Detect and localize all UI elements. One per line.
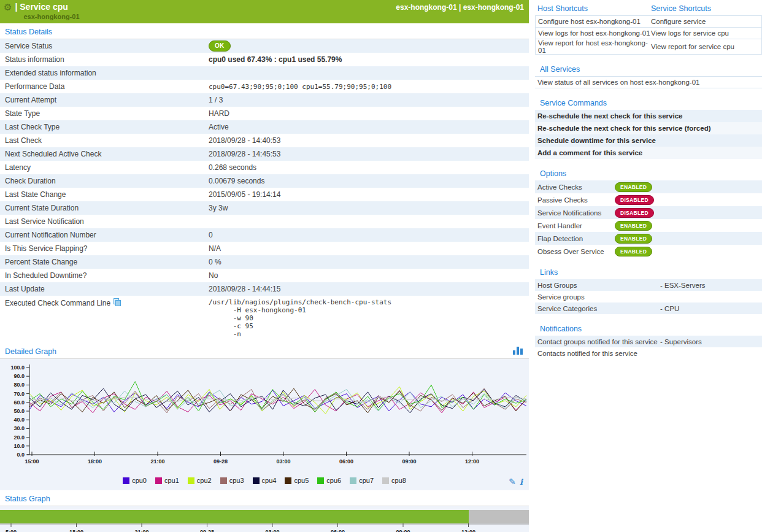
option-enabled-badge[interactable]: ENABLED bbox=[615, 221, 652, 231]
option-label: Active Checks bbox=[537, 183, 615, 191]
legend-label: cpu5 bbox=[294, 477, 309, 484]
cpu-line-chart: 0.010.020.030.040.050.060.070.080.090.01… bbox=[0, 361, 529, 472]
status-row-label: Current Attempt bbox=[0, 96, 209, 104]
all-services-header: All Services bbox=[535, 61, 580, 76]
legend-label: cpu4 bbox=[262, 477, 277, 484]
detailed-graph-section: Detailed Graph 0.010.020.030.040.050.060… bbox=[0, 343, 529, 490]
svg-text:0.0: 0.0 bbox=[17, 452, 25, 458]
option-row: Event HandlerENABLED bbox=[535, 219, 762, 232]
status-row-label: Last Service Notification bbox=[0, 217, 209, 226]
status-row-label: Last State Change bbox=[0, 190, 209, 199]
svg-text:5:00: 5:00 bbox=[6, 529, 17, 532]
links-label: Host Groups bbox=[537, 282, 660, 289]
host-shortcut-link[interactable]: View logs for host esx-hongkong-01 bbox=[536, 29, 651, 37]
cpu6-color-swatch bbox=[317, 477, 324, 484]
legend-label: cpu7 bbox=[359, 477, 374, 484]
notifications-label: Contact groups notified for this service bbox=[537, 338, 660, 345]
right-panel: Host ShortcutsService ShortcutsConfigure… bbox=[535, 0, 762, 532]
links-value[interactable]: - CPU bbox=[660, 305, 762, 312]
all-services-section: All Services bbox=[535, 61, 762, 76]
svg-text:12:00: 12:00 bbox=[461, 529, 475, 532]
svg-text:80.0: 80.0 bbox=[13, 382, 25, 388]
status-row-label: Last Check Type bbox=[0, 123, 209, 131]
legend-item-cpu6: cpu6 bbox=[317, 477, 341, 484]
host-subtitle[interactable]: esx-hongkong-01 bbox=[23, 12, 79, 21]
option-label: Event Handler bbox=[537, 222, 615, 229]
graph-info-icon[interactable]: i bbox=[520, 477, 523, 487]
svg-text:30.0: 30.0 bbox=[13, 425, 25, 431]
cpu4-color-swatch bbox=[253, 477, 260, 484]
option-enabled-badge[interactable]: ENABLED bbox=[615, 234, 652, 244]
status-row-value: 0 bbox=[209, 231, 529, 239]
timeline-ok-segment bbox=[0, 510, 469, 523]
host-breadcrumb[interactable]: esx-hongkong-01 | esx-hongkong-01 bbox=[396, 3, 524, 12]
option-row: Flap DetectionENABLED bbox=[535, 232, 762, 245]
status-row-label: Executed Check Command Line bbox=[0, 298, 209, 307]
svg-text:10.0: 10.0 bbox=[13, 443, 25, 449]
service-command-link[interactable]: Re-schedule the next check for this serv… bbox=[535, 110, 762, 122]
service-status-badge[interactable]: OK bbox=[209, 40, 231, 52]
service-title-bar: ⚙ | Service cpu esx-hongkong-01 esx-hong… bbox=[0, 0, 529, 23]
status-row: Last Check2018/09/28 - 14:40:53 bbox=[0, 134, 529, 147]
links-header: Links bbox=[535, 264, 558, 279]
copy-command-icon[interactable] bbox=[114, 298, 121, 307]
service-commands-header: Service Commands bbox=[535, 94, 607, 110]
spacer bbox=[535, 258, 762, 264]
shortcut-row: View logs for host esx-hongkong-01View l… bbox=[536, 28, 761, 39]
options-list: Active ChecksENABLEDPassive ChecksDISABL… bbox=[535, 180, 762, 258]
edit-graph-icon[interactable]: ✎ bbox=[509, 477, 516, 487]
status-row: Current State Duration3y 3w bbox=[0, 201, 529, 215]
notifications-header: Notifications bbox=[535, 320, 582, 336]
option-enabled-badge[interactable]: ENABLED bbox=[615, 182, 652, 192]
host-shortcut-link[interactable]: Configure host esx-hongkong-01 bbox=[536, 18, 651, 25]
status-row: Service StatusOK bbox=[0, 39, 529, 53]
option-enabled-badge[interactable]: ENABLED bbox=[615, 247, 652, 256]
svg-text:40.0: 40.0 bbox=[13, 417, 25, 423]
shortcuts-table: Configure host esx-hongkong-01Configure … bbox=[535, 15, 762, 55]
service-shortcuts-header: Service Shortcuts bbox=[648, 0, 762, 15]
status-row-value: 0 % bbox=[209, 258, 529, 266]
svg-text:06:00: 06:00 bbox=[339, 458, 353, 465]
host-shortcut-link[interactable]: View report for host esx-hongkong-01 bbox=[536, 39, 651, 54]
status-row-value: 2018/09/28 - 14:40:53 bbox=[209, 136, 529, 145]
status-timeline-axis: 5:0018:0021:0009-2803:0006:0009:0012:00 bbox=[0, 523, 529, 532]
service-shortcut-link[interactable]: Configure service bbox=[651, 18, 761, 25]
status-row-value: cpu0=67.43;90;95;0;100 cpu1=55.79;90;95;… bbox=[209, 83, 529, 91]
svg-text:70.0: 70.0 bbox=[13, 391, 25, 397]
option-disabled-badge[interactable]: DISABLED bbox=[615, 208, 654, 218]
status-row: Percent State Change0 % bbox=[0, 255, 529, 269]
service-shortcut-link[interactable]: View logs for service cpu bbox=[651, 29, 761, 37]
status-row-value: 3y 3w bbox=[209, 204, 529, 212]
service-shortcut-link[interactable]: View report for service cpu bbox=[651, 43, 761, 50]
page-title: | Service cpu bbox=[15, 2, 79, 12]
legend-item-cpu7: cpu7 bbox=[350, 477, 374, 484]
status-graph-header: Status Graph bbox=[0, 490, 50, 506]
left-panel: ⚙ | Service cpu esx-hongkong-01 esx-hong… bbox=[0, 0, 529, 532]
svg-text:06:00: 06:00 bbox=[331, 529, 345, 532]
legend-item-cpu8: cpu8 bbox=[382, 477, 406, 484]
service-detail-page: ⚙ | Service cpu esx-hongkong-01 esx-hong… bbox=[0, 0, 762, 532]
host-shortcuts-header: Host Shortcuts bbox=[535, 0, 648, 15]
links-list: Host Groups- ESX-ServersService groupsSe… bbox=[535, 279, 762, 314]
service-command-link[interactable]: Schedule downtime for this service bbox=[535, 134, 762, 147]
service-commands-list: Re-schedule the next check for this serv… bbox=[535, 110, 762, 159]
notifications-row: Contact groups notified for this service… bbox=[535, 336, 762, 347]
gear-icon[interactable]: ⚙ bbox=[4, 2, 12, 21]
status-row-label: Performance Data bbox=[0, 82, 209, 91]
status-timeline-bar bbox=[0, 510, 529, 523]
status-row-label: Last Check bbox=[0, 136, 209, 145]
service-command-link[interactable]: Re-schedule the next check for this serv… bbox=[535, 122, 762, 134]
svg-text:50.0: 50.0 bbox=[13, 408, 25, 414]
service-command-link[interactable]: Add a comment for this service bbox=[535, 147, 762, 159]
status-row: Current Notification Number0 bbox=[0, 228, 529, 242]
svg-text:21:00: 21:00 bbox=[150, 458, 164, 465]
shortcut-headers: Host ShortcutsService Shortcuts bbox=[535, 0, 762, 15]
links-value[interactable]: - ESX-Servers bbox=[660, 282, 762, 289]
notifications-value[interactable]: - Supervisors bbox=[660, 338, 762, 345]
bar-chart-icon[interactable] bbox=[513, 347, 523, 355]
status-row-value: 2015/09/05 - 19:14:14 bbox=[209, 190, 529, 199]
all-services-link[interactable]: View status of all services on host esx-… bbox=[535, 77, 762, 88]
option-disabled-badge[interactable]: DISABLED bbox=[615, 195, 654, 205]
status-graph-section: Status Graph 5:0018:0021:0009-2803:0006:… bbox=[0, 490, 529, 532]
legend-label: cpu8 bbox=[391, 477, 406, 484]
